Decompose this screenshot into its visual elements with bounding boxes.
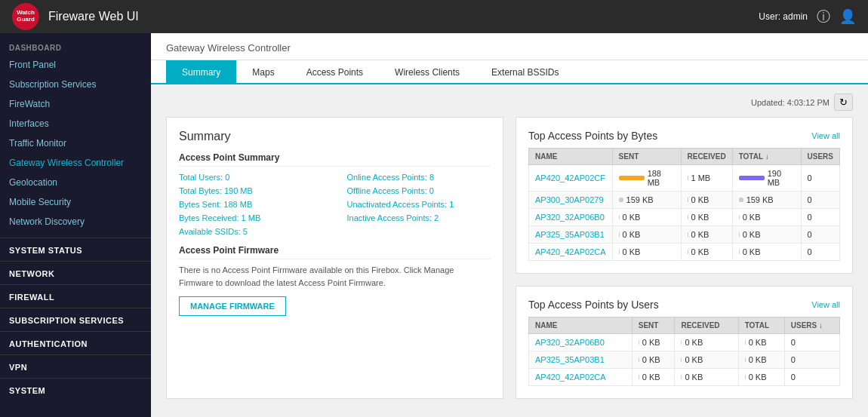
sidebar-vpn-title: VPN xyxy=(0,358,151,375)
top-bytes-title: Top Access Points by Bytes xyxy=(528,130,657,142)
sidebar-item-interfaces[interactable]: Interfaces xyxy=(0,114,151,133)
top-bytes-table: NAME SENT RECEIVED TOTAL ↓ USERS AP420_4… xyxy=(528,148,840,261)
users-cell: 0 xyxy=(801,165,839,192)
top-users-title: Top Access Points by Users xyxy=(528,299,659,311)
tab-maps[interactable]: Maps xyxy=(236,60,290,84)
sidebar-item-network-discovery[interactable]: Network Discovery xyxy=(0,212,151,231)
help-icon[interactable]: ⓘ xyxy=(817,8,830,26)
firmware-section: Access Point Firmware There is no Access… xyxy=(179,245,491,316)
col-received-bytes: RECEIVED xyxy=(681,149,732,165)
header-right: User: admin ⓘ 👤 xyxy=(759,8,856,26)
received-cell: 0 KB xyxy=(675,351,738,369)
user-label: User: admin xyxy=(759,11,808,22)
content-body: Updated: 4:03:12 PM ↻ Summary Access Poi… xyxy=(151,84,868,408)
top-by-bytes-panel: Top Access Points by Bytes View all NAME… xyxy=(516,117,853,274)
sent-cell: 0 KB xyxy=(632,334,675,351)
col-total-bytes[interactable]: TOTAL ↓ xyxy=(732,149,801,165)
received-cell: 0 KB xyxy=(681,244,732,261)
top-users-view-all[interactable]: View all xyxy=(811,300,840,309)
refresh-button[interactable]: ↻ xyxy=(834,94,853,111)
sidebar-network-title: NETWORK xyxy=(0,265,151,281)
sidebar-auth-title: AUTHENTICATION xyxy=(0,335,151,351)
sidebar-item-traffic-monitor[interactable]: Traffic Monitor xyxy=(0,133,151,153)
table-row: AP300_30AP0279 159 KB 0 KB 159 KB 0 xyxy=(529,192,840,209)
sidebar-firewall-title: FIREWALL xyxy=(0,288,151,305)
ap-name[interactable]: AP320_32AP06B0 xyxy=(529,209,613,226)
col-users-users[interactable]: USERS ↓ xyxy=(784,317,839,334)
sidebar-item-mobile-security[interactable]: Mobile Security xyxy=(0,192,151,212)
total-cell: 0 KB xyxy=(738,334,784,351)
sidebar-dashboard-section: DASHBOARD Front Panel Subscription Servi… xyxy=(0,33,151,235)
two-col-layout: Summary Access Point Summary Total Users… xyxy=(166,117,853,399)
col-sent-bytes: SENT xyxy=(612,149,681,165)
user-icon[interactable]: 👤 xyxy=(839,8,856,25)
users-cell: 0 xyxy=(801,226,839,244)
summary-total-bytes: Total Bytes: 190 MB xyxy=(179,186,323,195)
summary-available-ssids: Available SSIDs: 5 xyxy=(179,227,491,236)
update-bar: Updated: 4:03:12 PM ↻ xyxy=(166,94,853,111)
sidebar-system-status-title: SYSTEM STATUS xyxy=(0,241,151,258)
summary-inactive-aps: Inactive Access Points: 2 xyxy=(347,213,491,222)
ap-name[interactable]: AP420_42AP02CA xyxy=(529,369,633,386)
sent-cell: 188 MB xyxy=(612,165,681,192)
total-cell: 0 KB xyxy=(738,369,784,386)
top-users-table: NAME SENT RECEIVED TOTAL USERS ↓ AP320_3… xyxy=(528,317,840,386)
summary-panel: Summary Access Point Summary Total Users… xyxy=(166,117,503,399)
manage-firmware-button[interactable]: MANAGE FIRMWARE xyxy=(179,296,286,316)
tab-summary[interactable]: Summary xyxy=(166,60,236,84)
ap-name[interactable]: AP320_32AP06B0 xyxy=(529,334,633,351)
table-row: AP420_42AP02CF 188 MB 1 MB 190 MB 0 xyxy=(529,165,840,192)
ap-name[interactable]: AP300_30AP0279 xyxy=(529,192,613,209)
received-cell: 0 KB xyxy=(675,334,738,351)
tab-wireless-clients[interactable]: Wireless Clients xyxy=(379,60,476,84)
received-cell: 0 KB xyxy=(681,192,732,209)
table-row: AP325_35AP03B1 0 KB 0 KB 0 KB 0 xyxy=(529,351,840,369)
breadcrumb: Gateway Wireless Controller xyxy=(151,33,868,60)
sidebar: DASHBOARD Front Panel Subscription Servi… xyxy=(0,33,151,417)
sent-cell: 0 KB xyxy=(612,226,681,244)
col-sent-users: SENT xyxy=(632,317,675,334)
sidebar-item-gateway-wireless[interactable]: Gateway Wireless Controller xyxy=(0,153,151,173)
ap-name[interactable]: AP325_35AP03B1 xyxy=(529,226,613,244)
ap-name[interactable]: AP420_42AP02CF xyxy=(529,165,613,192)
received-cell: 0 KB xyxy=(681,209,732,226)
app-header: WatchGuard Fireware Web UI User: admin ⓘ… xyxy=(0,0,868,33)
ap-name[interactable]: AP420_42AP02CA xyxy=(529,244,613,261)
received-cell: 0 KB xyxy=(681,226,732,244)
received-cell: 1 MB xyxy=(681,165,732,192)
summary-row-3: Bytes Received: 1 MB Inactive Access Poi… xyxy=(179,213,491,222)
tab-bar: Summary Maps Access Points Wireless Clie… xyxy=(151,60,868,84)
ap-name[interactable]: AP325_35AP03B1 xyxy=(529,351,633,369)
tab-access-points[interactable]: Access Points xyxy=(291,60,379,84)
summary-bytes-sent: Bytes Sent: 188 MB xyxy=(179,200,323,209)
users-cell: 0 xyxy=(801,209,839,226)
summary-title: Summary xyxy=(179,130,491,143)
sidebar-item-firewatch[interactable]: FireWatch xyxy=(0,94,151,114)
col-users-bytes: USERS xyxy=(801,149,839,165)
app-title: Fireware Web UI xyxy=(48,10,759,23)
tab-external-bssids[interactable]: External BSSIDs xyxy=(476,60,574,84)
users-cell: 0 xyxy=(801,244,839,261)
sidebar-item-subscription-services[interactable]: Subscription Services xyxy=(0,75,151,94)
received-cell: 0 KB xyxy=(675,369,738,386)
logo: WatchGuard xyxy=(12,3,39,30)
summary-row-0: Total Users: 0 Online Access Points: 8 xyxy=(179,173,491,182)
top-bytes-header: Top Access Points by Bytes View all xyxy=(528,130,840,142)
top-by-users-panel: Top Access Points by Users View all NAME… xyxy=(516,286,853,399)
main-layout: DASHBOARD Front Panel Subscription Servi… xyxy=(0,33,868,417)
table-row: AP320_32AP06B0 0 KB 0 KB 0 KB 0 xyxy=(529,209,840,226)
total-cell: 159 KB xyxy=(732,192,801,209)
top-bytes-view-all[interactable]: View all xyxy=(811,131,840,140)
sent-cell: 0 KB xyxy=(632,351,675,369)
users-cell: 0 xyxy=(801,192,839,209)
total-cell: 0 KB xyxy=(732,226,801,244)
table-row: AP320_32AP06B0 0 KB 0 KB 0 KB 0 xyxy=(529,334,840,351)
users-cell: 0 xyxy=(784,351,839,369)
right-panels: Top Access Points by Bytes View all NAME… xyxy=(516,117,853,399)
sidebar-system-title: SYSTEM xyxy=(0,382,151,398)
sidebar-item-front-panel[interactable]: Front Panel xyxy=(0,55,151,75)
sidebar-item-geolocation[interactable]: Geolocation xyxy=(0,173,151,192)
summary-row-ssids: Available SSIDs: 5 xyxy=(179,227,491,236)
updated-time: Updated: 4:03:12 PM xyxy=(751,98,830,107)
col-received-users: RECEIVED xyxy=(675,317,738,334)
